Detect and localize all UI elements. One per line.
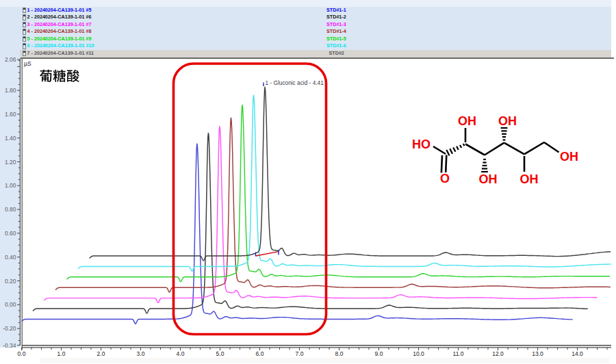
svg-text:0.00: 0.00 bbox=[5, 301, 16, 308]
svg-text:1.0: 1.0 bbox=[57, 350, 66, 357]
svg-text:1.00: 1.00 bbox=[5, 182, 16, 189]
svg-text:2.06: 2.06 bbox=[5, 56, 16, 63]
svg-text:1 - Gluconic acid - 4.41: 1 - Gluconic acid - 4.41 bbox=[266, 79, 324, 86]
svg-text:6.0: 6.0 bbox=[256, 350, 264, 357]
svg-text:OH: OH bbox=[560, 150, 578, 164]
svg-text:14.0: 14.0 bbox=[572, 350, 583, 357]
svg-text:9.0: 9.0 bbox=[375, 350, 383, 357]
svg-text:-0.20: -0.20 bbox=[3, 325, 16, 332]
svg-text:0.0: 0.0 bbox=[18, 350, 26, 357]
svg-text:4.0: 4.0 bbox=[177, 350, 185, 357]
svg-text:OH: OH bbox=[458, 114, 476, 128]
svg-text:0.60: 0.60 bbox=[5, 230, 16, 237]
svg-text:8.0: 8.0 bbox=[335, 350, 344, 357]
svg-text:1.40: 1.40 bbox=[5, 135, 16, 142]
svg-text:-0.34: -0.34 bbox=[3, 342, 16, 349]
svg-text:13.0: 13.0 bbox=[532, 350, 543, 357]
svg-text:0.80: 0.80 bbox=[5, 206, 16, 213]
svg-text:µS: µS bbox=[24, 60, 31, 67]
svg-text:O: O bbox=[440, 172, 450, 185]
svg-text:0.40: 0.40 bbox=[5, 254, 16, 261]
svg-text:11.0: 11.0 bbox=[453, 350, 464, 357]
svg-text:5.0: 5.0 bbox=[216, 350, 224, 357]
svg-text:7.0: 7.0 bbox=[296, 350, 304, 357]
svg-text:OH: OH bbox=[479, 172, 498, 186]
svg-text:OH: OH bbox=[498, 114, 517, 128]
svg-text:0.20: 0.20 bbox=[5, 278, 16, 285]
svg-text:1.60: 1.60 bbox=[5, 111, 16, 118]
svg-text:12.0: 12.0 bbox=[492, 350, 504, 357]
svg-text:1.20: 1.20 bbox=[5, 159, 16, 166]
svg-text:10.0: 10.0 bbox=[413, 350, 424, 357]
svg-text:2.0: 2.0 bbox=[97, 350, 105, 357]
svg-text:1.80: 1.80 bbox=[5, 87, 16, 94]
svg-text:HO: HO bbox=[412, 138, 431, 151]
svg-text:OH: OH bbox=[520, 172, 539, 186]
svg-text:3.0: 3.0 bbox=[137, 350, 145, 357]
